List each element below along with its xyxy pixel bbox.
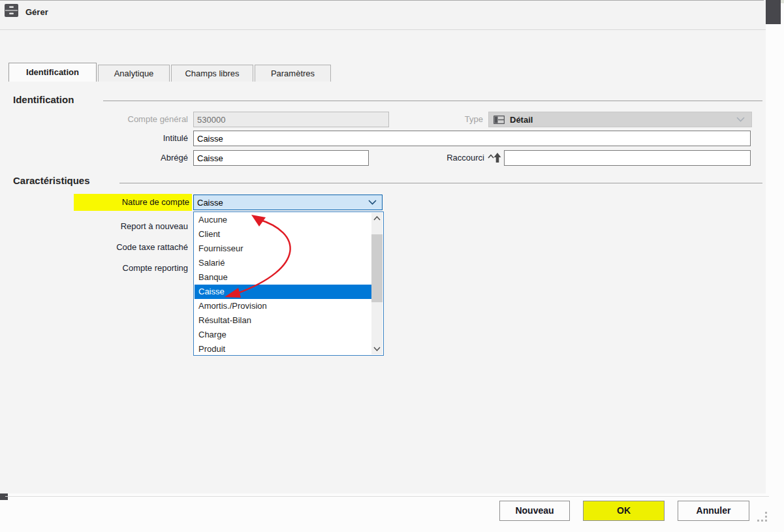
report-a-nouveau-label: Report à nouveau (52, 219, 188, 234)
ok-button[interactable]: OK (583, 501, 665, 521)
tab-identification[interactable]: Identification (8, 63, 97, 82)
dropdown-option-banque[interactable]: Banque (195, 270, 372, 285)
dropdown-option-client[interactable]: Client (195, 227, 372, 242)
section-title-identification: Identification (13, 94, 74, 105)
raccourci-field[interactable] (504, 150, 751, 166)
tab-champs-libres[interactable]: Champs libres (171, 65, 253, 82)
compte-reporting-label: Compte reporting (52, 260, 188, 276)
manage-button[interactable]: Gérer (0, 0, 60, 23)
type-value: Détail (510, 115, 533, 125)
compte-general-label: Compte général (52, 112, 188, 127)
table-icon (494, 116, 505, 124)
section-rule (103, 101, 762, 101)
abrege-field[interactable] (193, 150, 369, 166)
abrege-label: Abrégé (52, 150, 188, 166)
resize-grip[interactable] (757, 512, 768, 522)
nature-value: Caisse (197, 198, 223, 208)
type-label: Type (418, 112, 483, 127)
dropdown-option-charge[interactable]: Charge (195, 328, 372, 342)
compte-general-field (193, 112, 389, 127)
nature-de-compte-label: Nature de compte (74, 194, 192, 211)
chevron-down-icon (736, 117, 745, 122)
annuler-button[interactable]: Annuler (678, 501, 749, 521)
tab-analytique[interactable]: Analytique (98, 65, 170, 82)
dropdown-option-fournisseur[interactable]: Fournisseur (195, 242, 372, 256)
manage-button-label: Gérer (25, 7, 48, 17)
type-combobox: Détail (488, 112, 752, 127)
nature-de-compte-combobox[interactable]: Caisse (193, 195, 383, 210)
dropdown-option-resultat[interactable]: Résultat-Bilan (195, 313, 372, 328)
nouveau-button[interactable]: Nouveau (499, 501, 570, 521)
dropdown-option-aucune[interactable]: Aucune (195, 213, 372, 227)
screen: Compte : 530000 Caisse ✕ Gérer Identific… (0, 0, 784, 532)
dropdown-option-amortis[interactable]: Amortis./Provision (195, 299, 372, 313)
dropdown-option-salarie[interactable]: Salarié (195, 256, 372, 270)
section-title-caracteristiques: Caractéristiques (13, 175, 90, 186)
tab-baseline (0, 0, 764, 1)
dropdown-option-produit[interactable]: Produit (195, 342, 372, 356)
scrollbar-thumb[interactable] (371, 234, 383, 302)
dropdown-option-caisse[interactable]: Caisse (195, 285, 372, 299)
footer-separator (5, 496, 769, 497)
caret-up-arrow-icon (487, 152, 503, 166)
section-rule (119, 183, 762, 183)
chevron-down-icon[interactable] (371, 343, 383, 354)
chevron-down-icon (368, 200, 377, 205)
intitule-field[interactable] (193, 131, 751, 146)
raccourci-label: Raccourci (392, 150, 484, 166)
nature-dropdown-list: Aucune Client Fournisseur Salarié Banque… (193, 211, 384, 356)
drawer-icon (3, 2, 20, 22)
toolbar (0, 0, 766, 30)
dropdown-scrollbar[interactable] (371, 213, 383, 354)
code-taxe-rattache-label: Code taxe rattaché (52, 240, 188, 255)
tab-parametres[interactable]: Paramètres (255, 65, 331, 82)
intitule-label: Intitulé (52, 131, 188, 146)
chevron-up-icon[interactable] (371, 213, 383, 224)
